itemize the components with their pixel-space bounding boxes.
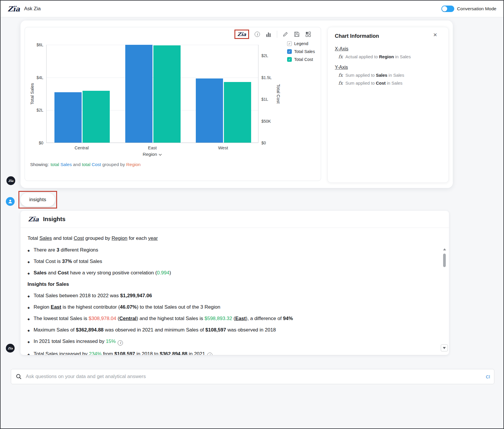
insight-bullet: ◆Maximum Sales of $362,894.88 was observ… [28, 327, 431, 333]
scrollbar[interactable] [442, 248, 447, 351]
y-axis-heading[interactable]: Y-Axis [335, 65, 441, 70]
legend-item-total-sales[interactable]: ✓Total Sales [287, 49, 315, 54]
chart-information-panel: ✕ Chart Information X-Axis fxActual appl… [328, 27, 449, 183]
chart-information-title: Chart Information [335, 33, 441, 39]
insights-header: Zïa Insights [20, 211, 449, 228]
close-icon[interactable]: ✕ [433, 32, 437, 38]
series-checkbox-icon[interactable]: ✓ [287, 49, 292, 54]
axis-function-row: fxActual applied to Region in Sales [338, 54, 441, 59]
info-icon[interactable]: i [207, 353, 212, 355]
fx-icon: fx [338, 54, 343, 59]
axis-tick: $4L [25, 75, 43, 80]
axis-tick: $0 [261, 140, 266, 146]
x-axis-dropdown[interactable]: Region [135, 152, 170, 157]
axis-function-row: fxSum applied to Cost in Sales [338, 80, 441, 86]
showing-label: Showing: [30, 162, 49, 167]
fx-icon: fx [338, 80, 343, 86]
axis-tick: $1.5L [261, 75, 272, 80]
bullet-marker-icon: ◆ [28, 306, 30, 309]
chart-card: Zïa i Total Sales Total Cost Region [25, 27, 321, 181]
layout-icon[interactable] [305, 31, 311, 37]
axis-tick: $6L [25, 42, 43, 47]
user-message-bubble[interactable]: insights [20, 193, 55, 207]
insights-section-title: Insights for Sales [28, 281, 431, 287]
insight-text: The lowest total Sales is $308,978.04 (C… [34, 316, 293, 322]
insight-text: Total Cost is 37% of total Sales [34, 259, 102, 264]
legend-item-label: Total Sales [294, 49, 315, 54]
chart-toolbar: Zïa i [234, 30, 311, 39]
search-icon [16, 374, 22, 380]
scrollbar-thumb[interactable] [443, 254, 446, 267]
legend-checkbox-icon[interactable]: ✓ [287, 41, 292, 46]
axis-function-text: Sum applied to Sales in Sales [345, 73, 404, 78]
x-axis-functions: fxActual applied to Region in Sales [335, 54, 441, 59]
bar-total-cost-west[interactable] [224, 82, 251, 143]
scroll-down-icon [443, 347, 446, 349]
axis-tick: $50K [261, 119, 271, 124]
insight-bullet: ◆Total Cost is 37% of total Sales [28, 259, 431, 264]
plot-area [46, 45, 258, 143]
bar-total-cost-central[interactable] [83, 91, 110, 143]
chart-type-icon[interactable] [265, 31, 272, 37]
highlight-box-zia: Zïa [234, 30, 249, 39]
zia-insights-icon[interactable]: Zïa [237, 31, 246, 37]
bullet-marker-icon: ◆ [28, 249, 30, 252]
info-icon[interactable]: i [118, 340, 123, 346]
bar-group [196, 78, 251, 143]
x-axis-category: West [205, 145, 241, 150]
insight-bullet: ◆There are 3 different Regions [28, 247, 431, 253]
bullet-marker-icon: ◆ [28, 295, 30, 298]
bar-total-sales-east[interactable] [125, 45, 152, 143]
bar-total-sales-central[interactable] [54, 92, 82, 143]
chart-information-icon[interactable]: i [254, 31, 260, 37]
bar-group [125, 45, 181, 143]
insight-text: Sales and Cost have a very strong positi… [34, 270, 171, 276]
x-axis-label: Region [143, 152, 157, 157]
insight-bullet: ◆Sales and Cost have a very strong posit… [28, 270, 431, 276]
x-axis-category: Central [64, 145, 99, 150]
app-title: Ask Zia [24, 6, 41, 12]
insight-bullet: ◆Total Sales increased by 234% from $108… [28, 351, 431, 355]
insights-bullet-list: ◆There are 3 different Regions◆Total Cos… [28, 247, 431, 276]
axis-function-text: Actual applied to Region in Sales [345, 54, 411, 59]
series-checkbox-icon[interactable]: ✓ [287, 57, 292, 62]
edit-icon[interactable] [282, 31, 289, 37]
insight-bullet: ◆Region East is the highest contributor … [28, 304, 431, 310]
ask-question-bar: Cl [11, 369, 494, 384]
right-axis-title: Total Cost [275, 45, 281, 143]
legend-label: Legend [294, 41, 308, 46]
axis-tick: $2L [25, 107, 43, 113]
axis-tick: $1L [261, 97, 268, 102]
scroll-down-button[interactable] [441, 344, 448, 351]
save-icon[interactable] [294, 31, 300, 37]
insight-bullet: ◆In 2021 total Sales increased by 15%i [28, 339, 431, 346]
conversation-mode-label: Conversation Mode [457, 6, 496, 11]
bar-total-sales-west[interactable] [196, 78, 223, 143]
insight-text: There are 3 different Regions [34, 247, 98, 253]
clear-link[interactable]: Cl [486, 374, 491, 379]
axis-tick: $0 [25, 140, 43, 146]
bar-total-cost-east[interactable] [153, 45, 181, 143]
insight-text: In 2021 total Sales increased by 15%i [34, 339, 123, 346]
axis-function-text: Sum applied to Cost in Sales [345, 81, 402, 86]
question-input[interactable] [26, 374, 482, 380]
insights-title: Insights [43, 216, 66, 223]
insight-text: Region East is the highest contributor (… [34, 304, 220, 310]
insights-card: Zïa Insights Total Sales and total Cost … [20, 211, 449, 355]
left-axis-title: Total Sales [29, 45, 35, 143]
legend-toggle[interactable]: ✓ Legend [287, 41, 315, 46]
insights-intro: Total Sales and total Cost grouped by Re… [28, 235, 431, 241]
legend-item-total-cost[interactable]: ✓Total Cost [287, 57, 315, 62]
insight-text: Maximum Sales of $362,894.88 was observe… [34, 327, 276, 333]
showing-text: total Sales and total Cost grouped by Re… [51, 162, 141, 167]
x-axis-category: East [135, 145, 170, 150]
zia-avatar: Zïa [6, 176, 15, 185]
zia-logo-icon: Zïa [28, 216, 39, 223]
scroll-up-icon[interactable] [443, 248, 446, 250]
toolbar-divider [277, 31, 277, 38]
conversation-mode-toggle[interactable] [441, 6, 454, 12]
user-avatar [6, 197, 15, 206]
insight-text: Total Sales increased by 234% from $108,… [34, 351, 212, 355]
x-axis-heading[interactable]: X-Axis [335, 46, 441, 52]
zia-logo-icon: Zïa [8, 5, 20, 13]
